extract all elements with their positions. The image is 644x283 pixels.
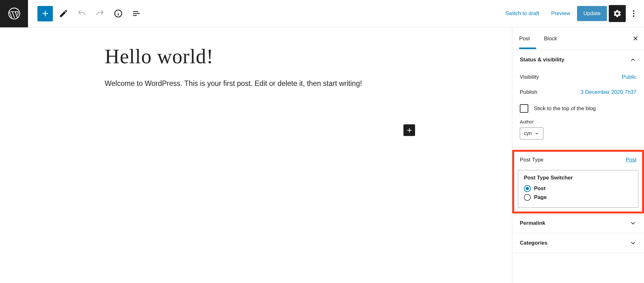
sticky-label: Stick to the top of the blog [534,105,596,112]
redo-button[interactable] [92,6,108,21]
svg-point-3 [633,13,635,14]
radio-page[interactable] [524,194,531,201]
info-icon [114,9,123,18]
post-type-header: Post Type Post [514,152,642,168]
publish-row: Publish 3 December 2020 7h37 [520,85,636,100]
post-body-paragraph[interactable]: Welcome to WordPress. This is your first… [105,79,425,88]
author-select[interactable]: cyn [520,127,543,139]
panel-status-title: Status & visibility [520,57,564,63]
sticky-checkbox[interactable] [520,104,528,113]
details-button[interactable] [110,6,126,21]
settings-sidebar: Post Block Status & visibility Visibilit… [512,27,644,283]
chevron-up-icon [630,56,636,63]
visibility-row: Visibility Public [520,70,636,85]
radio-page-label: Page [534,194,547,201]
toolbar-right-group: Switch to draft Preview Update [500,5,644,22]
author-label: Author [520,119,636,127]
more-options-button[interactable] [628,5,640,22]
list-icon [132,9,141,18]
chevron-down-icon [630,220,636,227]
toolbar-left-group [28,6,144,21]
tab-post[interactable]: Post [519,28,536,49]
close-icon [632,35,639,42]
panel-status-body: Visibility Public Publish 3 December 202… [512,70,644,147]
radio-post-label: Post [534,185,546,192]
gear-icon [613,9,622,18]
chevron-down-icon [534,131,539,136]
svg-point-4 [633,15,635,17]
redo-icon [95,9,105,18]
sticky-row[interactable]: Stick to the top of the blog [520,100,636,119]
publish-label: Publish [520,89,537,95]
post-title[interactable]: Hello world! [105,45,425,68]
undo-button[interactable] [74,6,89,21]
switch-to-draft-button[interactable]: Switch to draft [500,7,544,20]
update-button[interactable]: Update [577,6,607,21]
close-sidebar-button[interactable] [632,35,639,43]
plus-icon [41,9,50,18]
sidebar-tabs: Post Block [512,27,644,50]
wordpress-logo[interactable] [0,0,28,27]
svg-point-2 [633,10,635,12]
post-type-switcher: Post Type Switcher Post Page [518,170,638,208]
pencil-icon [59,9,68,18]
add-block-button[interactable] [37,6,53,21]
edit-mode-button[interactable] [56,6,71,21]
post-type-panel: Post Type Post Post Type Switcher Post P… [512,150,644,213]
post-type-switcher-title: Post Type Switcher [524,175,632,181]
settings-button[interactable] [609,5,626,22]
panel-permalink: Permalink [512,213,644,233]
tab-block[interactable]: Block [544,28,564,49]
panel-categories: Categories [512,233,644,253]
wordpress-icon [8,7,20,20]
panel-categories-title: Categories [520,240,547,246]
insert-block-button[interactable] [403,124,415,136]
panel-status-visibility: Status & visibility Visibility Public Pu… [512,50,644,147]
visibility-value[interactable]: Public [622,74,636,80]
visibility-label: Visibility [520,74,539,80]
radio-post[interactable] [524,185,531,192]
undo-icon [77,9,86,18]
panel-permalink-title: Permalink [520,220,545,226]
post-type-option-post[interactable]: Post [524,184,632,193]
panel-status-header[interactable]: Status & visibility [512,50,644,70]
main-area: Hello world! Welcome to WordPress. This … [0,27,644,283]
panel-permalink-header[interactable]: Permalink [512,213,644,233]
plus-icon [406,127,413,134]
preview-button[interactable]: Preview [546,7,575,20]
editor-toolbar: Switch to draft Preview Update [0,0,644,27]
chevron-down-icon [630,240,636,246]
editor-canvas[interactable]: Hello world! Welcome to WordPress. This … [0,27,512,283]
publish-value[interactable]: 3 December 2020 7h37 [580,89,636,95]
author-value: cyn [524,131,532,136]
post-type-link[interactable]: Post [626,157,636,163]
post-type-heading: Post Type [520,157,543,163]
panel-categories-header[interactable]: Categories [512,233,644,253]
outline-button[interactable] [129,6,144,21]
more-vertical-icon [629,9,638,18]
post-type-option-page[interactable]: Page [524,193,632,202]
